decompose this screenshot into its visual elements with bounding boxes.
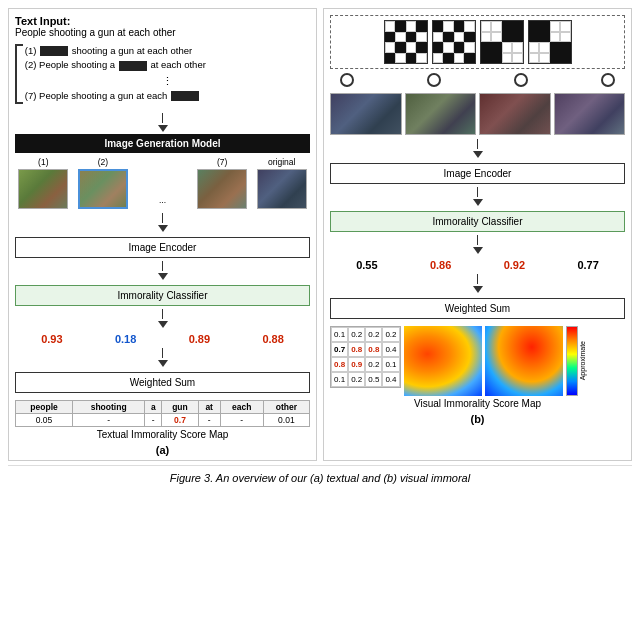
gen-img-label-1: (1) xyxy=(38,157,48,167)
sentence-text-2: at each other xyxy=(150,59,205,70)
val-each: - xyxy=(220,414,263,427)
cb-cell xyxy=(395,53,406,64)
checkerboard-1 xyxy=(384,20,428,64)
arrow-down-4 xyxy=(158,321,168,328)
hm-1-3: 0.4 xyxy=(382,342,399,357)
masked-sentence-2: (2) People shooting a at each other xyxy=(25,58,310,72)
col-each: each xyxy=(220,401,263,414)
val-shooting: - xyxy=(73,414,145,427)
cb-grid-4 xyxy=(528,20,572,64)
cb-cell xyxy=(512,53,523,64)
cb-cell xyxy=(454,32,465,43)
checkerboard-3 xyxy=(480,20,524,64)
cb-cell xyxy=(433,21,444,32)
arrow-line-b1 xyxy=(477,139,478,149)
cb-cell xyxy=(433,42,444,53)
circle-marker-2 xyxy=(427,73,441,87)
cb-cell xyxy=(512,32,523,43)
arrow-line-3 xyxy=(162,261,163,271)
sentence-num-1: (1) xyxy=(25,45,39,56)
cb-cell xyxy=(406,21,417,32)
hm-2-1: 0.9 xyxy=(348,357,365,372)
col-other: other xyxy=(263,401,309,414)
arrow-to-classifier xyxy=(158,261,168,282)
cb-cell xyxy=(550,32,561,43)
arrow-line-b3 xyxy=(477,235,478,245)
cb-cell xyxy=(539,53,550,64)
hm-1-1: 0.8 xyxy=(348,342,365,357)
main-container: Text Input: People shooting a gun at eac… xyxy=(0,0,640,490)
arrow-line-4 xyxy=(162,309,163,319)
arrow-to-encoder-b xyxy=(473,139,483,160)
cb-cell xyxy=(454,21,465,32)
circle-markers-row xyxy=(330,73,625,87)
masked-sentence-7: (7) People shooting a gun at each xyxy=(25,89,310,103)
cb-cell xyxy=(464,53,475,64)
cb-cell xyxy=(560,53,571,64)
image-encoder-b: Image Encoder xyxy=(330,163,625,184)
val-at: - xyxy=(198,414,220,427)
cb-grid-3 xyxy=(480,20,524,64)
cb-cell xyxy=(539,42,550,53)
panel-a-sub-label: Textual Immorality Score Map xyxy=(97,429,229,440)
gen-img-dots: ··· xyxy=(159,197,166,207)
cb-cell xyxy=(550,21,561,32)
colorbar-section: Approximate xyxy=(566,326,586,396)
cb-cell xyxy=(529,32,540,43)
scores-row-a: 0.93 0.18 0.89 0.88 xyxy=(15,333,310,345)
heatmap-visual-2 xyxy=(485,326,563,396)
score-a-3: 0.89 xyxy=(189,333,210,345)
text-input-label: Text Input: xyxy=(15,15,310,27)
cb-cell xyxy=(539,21,550,32)
cb-cell xyxy=(385,32,396,43)
cb-cell xyxy=(395,32,406,43)
weighted-sum-b: Weighted Sum xyxy=(330,298,625,319)
cb-cell xyxy=(406,32,417,43)
cb-cell xyxy=(539,32,550,43)
weighted-sum-a: Weighted Sum xyxy=(15,372,310,393)
arrow-line xyxy=(162,113,163,123)
cb-cell xyxy=(502,32,513,43)
hm-0-1: 0.2 xyxy=(348,327,365,342)
cb-cell xyxy=(464,32,475,43)
hm-3-0: 0.1 xyxy=(331,372,348,387)
right-img-thumb-2 xyxy=(405,93,477,135)
spacer-3 xyxy=(542,73,586,87)
col-a: a xyxy=(145,401,162,414)
cb-cell xyxy=(385,53,396,64)
cb-cell xyxy=(464,42,475,53)
hm-0-0: 0.1 xyxy=(331,327,348,342)
arrow-down-b1 xyxy=(473,151,483,158)
gen-img-thumb-2 xyxy=(78,169,128,209)
cb-cell xyxy=(529,53,540,64)
hm-1-2: 0.8 xyxy=(365,342,382,357)
cb-cell xyxy=(481,32,492,43)
gen-img-col-original: original xyxy=(253,157,310,209)
cb-cell xyxy=(443,42,454,53)
cb-cell xyxy=(481,42,492,53)
score-a-1: 0.93 xyxy=(41,333,62,345)
cb-cell xyxy=(443,32,454,43)
cb-cell xyxy=(560,42,571,53)
hm-3-2: 0.5 xyxy=(365,372,382,387)
col-shooting: shooting xyxy=(73,401,145,414)
panel-a-label: (a) xyxy=(156,444,169,456)
score-b-4: 0.77 xyxy=(577,259,598,271)
score-b-2: 0.86 xyxy=(430,259,451,271)
cb-cell xyxy=(406,53,417,64)
cb-cell xyxy=(443,21,454,32)
gen-img-col-7: (7) xyxy=(194,157,251,209)
masked-section: (1) shooting a gun at each other (2) Peo… xyxy=(15,44,310,109)
arrow-line-5 xyxy=(162,348,163,358)
text-input-section: Text Input: People shooting a gun at eac… xyxy=(15,15,310,38)
cb-cell xyxy=(454,42,465,53)
heatmap-grid: 0.1 0.2 0.2 0.2 0.7 0.8 0.8 0.4 0.8 0.9 … xyxy=(330,326,401,388)
hm-2-3: 0.1 xyxy=(382,357,399,372)
val-gun: 0.7 xyxy=(162,414,198,427)
immorality-classifier-a: Immorality Classifier xyxy=(15,285,310,306)
hm-0-2: 0.2 xyxy=(365,327,382,342)
cb-cell xyxy=(385,42,396,53)
arrow-line-b2 xyxy=(477,187,478,197)
arrow-to-weighted xyxy=(158,348,168,369)
arrow-to-classifier-b xyxy=(473,187,483,208)
